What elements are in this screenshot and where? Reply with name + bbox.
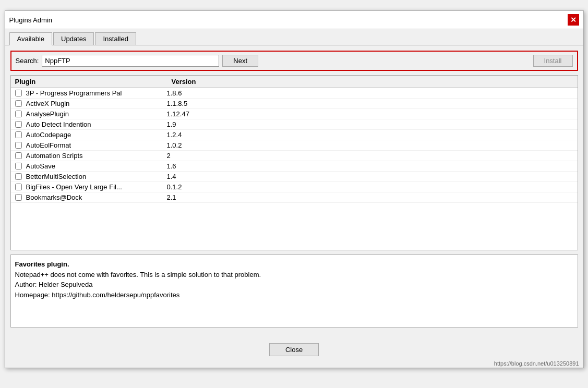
- plugin-name: ActiveX Plugin: [26, 100, 167, 107]
- tabs-bar: Available Updates Installed: [5, 29, 583, 45]
- plugin-checkbox[interactable]: [15, 121, 22, 128]
- plugin-checkbox[interactable]: [15, 184, 22, 190]
- plugin-name: Auto Detect Indention: [26, 120, 167, 128]
- plugin-version: 1.2.4: [167, 131, 219, 139]
- table-row[interactable]: AutoCodepage1.2.4: [11, 130, 578, 140]
- table-row[interactable]: BigFiles - Open Very Large Fil...0.1.2: [11, 182, 578, 192]
- plugin-version: 1.12.47: [167, 110, 219, 118]
- table-row[interactable]: Bookmarks@Dock2.1: [11, 192, 578, 203]
- plugin-table-wrapper: Plugin Version 3P - Progress Programmers…: [10, 75, 578, 250]
- install-button[interactable]: Install: [533, 55, 573, 67]
- plugin-version: 1.0.2: [167, 141, 219, 149]
- plugin-checkbox[interactable]: [15, 173, 22, 180]
- search-label: Search:: [16, 57, 39, 65]
- plugin-list[interactable]: 3P - Progress Programmers Pal1.8.6Active…: [11, 88, 578, 250]
- table-row[interactable]: AnalysePlugin1.12.47: [11, 109, 578, 119]
- plugin-version: 1.8.6: [167, 89, 219, 97]
- next-button[interactable]: Next: [222, 55, 258, 67]
- footer: Close: [5, 338, 583, 359]
- plugins-admin-window: Plugins Admin ✕ Available Updates Instal…: [5, 10, 584, 368]
- plugin-version: 1.4: [167, 173, 219, 180]
- plugin-name: AutoCodepage: [26, 131, 167, 139]
- title-bar: Plugins Admin ✕: [5, 11, 583, 29]
- tab-available[interactable]: Available: [9, 32, 53, 45]
- plugin-checkbox[interactable]: [15, 90, 22, 96]
- plugin-version: 1.6: [167, 162, 219, 170]
- desc-line4: Homepage: https://github.com/heldersepu/…: [15, 290, 573, 300]
- plugin-name: AnalysePlugin: [26, 110, 167, 118]
- desc-line3: Author: Helder Sepulveda: [15, 280, 573, 290]
- tab-installed[interactable]: Installed: [95, 32, 136, 45]
- plugin-checkbox[interactable]: [15, 152, 22, 159]
- tab-updates[interactable]: Updates: [53, 32, 94, 45]
- description-box: Favorites plugin. Notepad++ does not com…: [10, 254, 578, 328]
- plugin-version: 2: [167, 152, 219, 160]
- desc-line1: Favorites plugin.: [15, 259, 573, 270]
- plugin-name: AutoEolFormat: [26, 141, 167, 149]
- install-wrapper: Install: [258, 55, 572, 67]
- plugin-checkbox[interactable]: [15, 194, 22, 201]
- table-row[interactable]: AutoEolFormat1.0.2: [11, 140, 578, 151]
- table-row[interactable]: 3P - Progress Programmers Pal1.8.6: [11, 88, 578, 99]
- table-header: Plugin Version: [11, 76, 578, 88]
- plugin-name: AutoSave: [26, 162, 167, 170]
- plugin-name: 3P - Progress Programmers Pal: [26, 89, 167, 97]
- plugin-name: BetterMultiSelection: [26, 173, 167, 180]
- window-title: Plugins Admin: [9, 16, 52, 24]
- plugin-version: 2.1: [167, 193, 219, 201]
- plugin-checkbox[interactable]: [15, 142, 22, 149]
- content-area: Search: Next Install Plugin Version 3P -…: [5, 45, 583, 338]
- plugin-checkbox[interactable]: [15, 163, 22, 169]
- table-row[interactable]: AutoSave1.6: [11, 161, 578, 172]
- col-plugin-header: Plugin: [15, 78, 172, 86]
- plugin-checkbox[interactable]: [15, 100, 22, 107]
- table-row[interactable]: Auto Detect Indention1.9: [11, 119, 578, 130]
- plugin-version: 1.9: [167, 120, 219, 128]
- plugin-version: 1.1.8.5: [167, 100, 219, 107]
- close-window-button[interactable]: ✕: [568, 14, 579, 26]
- desc-line2: Notepad++ does not come with favorites. …: [15, 270, 573, 280]
- col-version-header: Version: [172, 78, 234, 86]
- plugin-checkbox[interactable]: [15, 131, 22, 138]
- table-row[interactable]: Automation Scripts2: [11, 151, 578, 161]
- search-input[interactable]: [42, 55, 219, 67]
- table-row[interactable]: BetterMultiSelection1.4: [11, 172, 578, 182]
- search-row: Search: Next Install: [10, 51, 578, 71]
- plugin-checkbox[interactable]: [15, 111, 22, 117]
- bottom-link: https://blog.csdn.net/u013250891: [5, 359, 583, 368]
- plugin-name: Automation Scripts: [26, 152, 167, 160]
- search-inner: Search: Next Install: [16, 55, 573, 67]
- close-button[interactable]: Close: [269, 343, 319, 356]
- plugin-name: BigFiles - Open Very Large Fil...: [26, 183, 167, 191]
- plugin-version: 0.1.2: [167, 183, 219, 191]
- table-row[interactable]: ActiveX Plugin1.1.8.5: [11, 99, 578, 109]
- plugin-name: Bookmarks@Dock: [26, 193, 167, 201]
